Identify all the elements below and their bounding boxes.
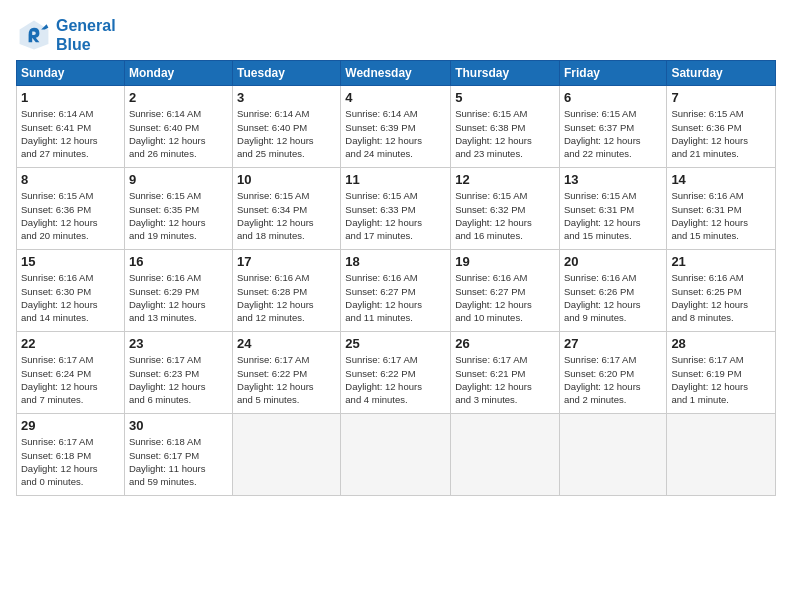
calendar-day-cell: 6Sunrise: 6:15 AM Sunset: 6:37 PM Daylig… [559,86,666,168]
day-info: Sunrise: 6:15 AM Sunset: 6:33 PM Dayligh… [345,189,446,242]
calendar-week-row: 29Sunrise: 6:17 AM Sunset: 6:18 PM Dayli… [17,414,776,496]
day-info: Sunrise: 6:16 AM Sunset: 6:27 PM Dayligh… [455,271,555,324]
day-number: 13 [564,172,662,187]
day-info: Sunrise: 6:17 AM Sunset: 6:18 PM Dayligh… [21,435,120,488]
day-number: 14 [671,172,771,187]
weekday-header-saturday: Saturday [667,61,776,86]
weekday-header-thursday: Thursday [451,61,560,86]
day-number: 27 [564,336,662,351]
day-number: 17 [237,254,336,269]
day-info: Sunrise: 6:15 AM Sunset: 6:36 PM Dayligh… [21,189,120,242]
calendar-day-cell [341,414,451,496]
day-number: 11 [345,172,446,187]
day-number: 25 [345,336,446,351]
calendar-day-cell: 4Sunrise: 6:14 AM Sunset: 6:39 PM Daylig… [341,86,451,168]
calendar-day-cell: 21Sunrise: 6:16 AM Sunset: 6:25 PM Dayli… [667,250,776,332]
day-number: 10 [237,172,336,187]
day-number: 20 [564,254,662,269]
day-number: 6 [564,90,662,105]
weekday-header-sunday: Sunday [17,61,125,86]
day-info: Sunrise: 6:15 AM Sunset: 6:37 PM Dayligh… [564,107,662,160]
calendar-day-cell: 22Sunrise: 6:17 AM Sunset: 6:24 PM Dayli… [17,332,125,414]
day-number: 2 [129,90,228,105]
day-number: 18 [345,254,446,269]
day-number: 29 [21,418,120,433]
calendar-day-cell: 29Sunrise: 6:17 AM Sunset: 6:18 PM Dayli… [17,414,125,496]
day-number: 5 [455,90,555,105]
day-number: 16 [129,254,228,269]
day-info: Sunrise: 6:15 AM Sunset: 6:34 PM Dayligh… [237,189,336,242]
day-info: Sunrise: 6:17 AM Sunset: 6:23 PM Dayligh… [129,353,228,406]
weekday-header-tuesday: Tuesday [233,61,341,86]
calendar-week-row: 15Sunrise: 6:16 AM Sunset: 6:30 PM Dayli… [17,250,776,332]
calendar-week-row: 1Sunrise: 6:14 AM Sunset: 6:41 PM Daylig… [17,86,776,168]
weekday-header-wednesday: Wednesday [341,61,451,86]
logo: General Blue [16,16,116,54]
calendar-day-cell: 3Sunrise: 6:14 AM Sunset: 6:40 PM Daylig… [233,86,341,168]
calendar-day-cell [233,414,341,496]
day-info: Sunrise: 6:16 AM Sunset: 6:31 PM Dayligh… [671,189,771,242]
day-number: 19 [455,254,555,269]
day-info: Sunrise: 6:14 AM Sunset: 6:41 PM Dayligh… [21,107,120,160]
calendar-day-cell: 7Sunrise: 6:15 AM Sunset: 6:36 PM Daylig… [667,86,776,168]
calendar-day-cell: 8Sunrise: 6:15 AM Sunset: 6:36 PM Daylig… [17,168,125,250]
day-info: Sunrise: 6:16 AM Sunset: 6:28 PM Dayligh… [237,271,336,324]
day-info: Sunrise: 6:15 AM Sunset: 6:32 PM Dayligh… [455,189,555,242]
day-info: Sunrise: 6:15 AM Sunset: 6:31 PM Dayligh… [564,189,662,242]
day-number: 24 [237,336,336,351]
calendar-day-cell: 28Sunrise: 6:17 AM Sunset: 6:19 PM Dayli… [667,332,776,414]
day-info: Sunrise: 6:17 AM Sunset: 6:24 PM Dayligh… [21,353,120,406]
day-info: Sunrise: 6:15 AM Sunset: 6:36 PM Dayligh… [671,107,771,160]
calendar-day-cell: 15Sunrise: 6:16 AM Sunset: 6:30 PM Dayli… [17,250,125,332]
logo-text: General Blue [56,16,116,54]
day-info: Sunrise: 6:15 AM Sunset: 6:35 PM Dayligh… [129,189,228,242]
calendar-day-cell: 13Sunrise: 6:15 AM Sunset: 6:31 PM Dayli… [559,168,666,250]
day-number: 9 [129,172,228,187]
day-number: 21 [671,254,771,269]
day-number: 23 [129,336,228,351]
calendar-day-cell: 20Sunrise: 6:16 AM Sunset: 6:26 PM Dayli… [559,250,666,332]
logo-icon [16,17,52,53]
calendar-day-cell: 24Sunrise: 6:17 AM Sunset: 6:22 PM Dayli… [233,332,341,414]
calendar-day-cell: 18Sunrise: 6:16 AM Sunset: 6:27 PM Dayli… [341,250,451,332]
day-number: 30 [129,418,228,433]
calendar-day-cell [451,414,560,496]
calendar-day-cell: 19Sunrise: 6:16 AM Sunset: 6:27 PM Dayli… [451,250,560,332]
calendar-day-cell: 30Sunrise: 6:18 AM Sunset: 6:17 PM Dayli… [124,414,232,496]
calendar-day-cell: 5Sunrise: 6:15 AM Sunset: 6:38 PM Daylig… [451,86,560,168]
calendar-day-cell: 1Sunrise: 6:14 AM Sunset: 6:41 PM Daylig… [17,86,125,168]
calendar-day-cell: 12Sunrise: 6:15 AM Sunset: 6:32 PM Dayli… [451,168,560,250]
calendar-day-cell: 10Sunrise: 6:15 AM Sunset: 6:34 PM Dayli… [233,168,341,250]
day-number: 15 [21,254,120,269]
calendar-day-cell: 26Sunrise: 6:17 AM Sunset: 6:21 PM Dayli… [451,332,560,414]
day-info: Sunrise: 6:17 AM Sunset: 6:22 PM Dayligh… [237,353,336,406]
day-info: Sunrise: 6:17 AM Sunset: 6:22 PM Dayligh… [345,353,446,406]
day-number: 26 [455,336,555,351]
day-info: Sunrise: 6:14 AM Sunset: 6:40 PM Dayligh… [237,107,336,160]
calendar-day-cell: 11Sunrise: 6:15 AM Sunset: 6:33 PM Dayli… [341,168,451,250]
calendar-day-cell: 2Sunrise: 6:14 AM Sunset: 6:40 PM Daylig… [124,86,232,168]
day-number: 3 [237,90,336,105]
header: General Blue [16,16,776,54]
day-number: 12 [455,172,555,187]
day-info: Sunrise: 6:15 AM Sunset: 6:38 PM Dayligh… [455,107,555,160]
day-info: Sunrise: 6:17 AM Sunset: 6:19 PM Dayligh… [671,353,771,406]
calendar-day-cell [667,414,776,496]
calendar-day-cell: 16Sunrise: 6:16 AM Sunset: 6:29 PM Dayli… [124,250,232,332]
day-info: Sunrise: 6:16 AM Sunset: 6:25 PM Dayligh… [671,271,771,324]
day-number: 7 [671,90,771,105]
calendar-week-row: 22Sunrise: 6:17 AM Sunset: 6:24 PM Dayli… [17,332,776,414]
weekday-header-monday: Monday [124,61,232,86]
calendar-day-cell: 23Sunrise: 6:17 AM Sunset: 6:23 PM Dayli… [124,332,232,414]
day-number: 22 [21,336,120,351]
calendar-table: SundayMondayTuesdayWednesdayThursdayFrid… [16,60,776,496]
day-info: Sunrise: 6:16 AM Sunset: 6:30 PM Dayligh… [21,271,120,324]
calendar-day-cell: 25Sunrise: 6:17 AM Sunset: 6:22 PM Dayli… [341,332,451,414]
day-number: 4 [345,90,446,105]
day-info: Sunrise: 6:17 AM Sunset: 6:21 PM Dayligh… [455,353,555,406]
day-info: Sunrise: 6:17 AM Sunset: 6:20 PM Dayligh… [564,353,662,406]
calendar-day-cell: 27Sunrise: 6:17 AM Sunset: 6:20 PM Dayli… [559,332,666,414]
calendar-day-cell: 17Sunrise: 6:16 AM Sunset: 6:28 PM Dayli… [233,250,341,332]
calendar-day-cell: 14Sunrise: 6:16 AM Sunset: 6:31 PM Dayli… [667,168,776,250]
day-info: Sunrise: 6:16 AM Sunset: 6:29 PM Dayligh… [129,271,228,324]
